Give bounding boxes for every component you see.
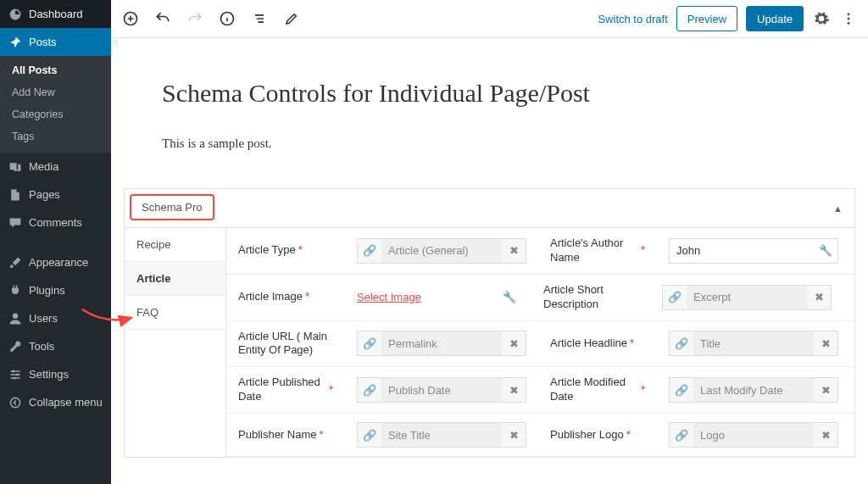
label-headline: Article Headline* bbox=[538, 321, 657, 367]
sidebar-item-dashboard[interactable]: Dashboard bbox=[0, 0, 111, 28]
input-headline[interactable]: 🔗 Title ✖ bbox=[669, 331, 838, 356]
sidebar-label: Media bbox=[29, 160, 58, 173]
label-article-type: Article Type* bbox=[226, 228, 345, 274]
undo-button[interactable] bbox=[153, 9, 172, 28]
link-icon: 🔗 bbox=[358, 331, 381, 355]
svg-point-4 bbox=[10, 398, 19, 407]
sidebar-label: Users bbox=[29, 312, 58, 325]
submenu-all-posts[interactable]: All Posts bbox=[0, 59, 111, 81]
clear-icon[interactable]: ✖ bbox=[814, 423, 837, 447]
label-modified-date: Article Modified Date* bbox=[538, 367, 657, 413]
comment-icon bbox=[8, 216, 24, 230]
submenu-tags[interactable]: Tags bbox=[0, 125, 111, 147]
sidebar-item-posts[interactable]: Posts bbox=[0, 28, 111, 56]
link-icon: 🔗 bbox=[358, 239, 381, 263]
input-published-date[interactable]: 🔗 Publish Date ✖ bbox=[357, 377, 526, 403]
sidebar-label: Dashboard bbox=[29, 8, 83, 20]
metabox-header[interactable]: Schema Pro ▲ bbox=[125, 189, 854, 228]
brush-icon bbox=[8, 256, 24, 270]
clear-icon[interactable]: ✖ bbox=[502, 423, 526, 447]
label-publisher-logo: Publisher Logo* bbox=[538, 414, 657, 456]
sidebar-item-plugins[interactable]: Plugins bbox=[0, 276, 111, 304]
editor-topbar: Switch to draft Preview Update bbox=[111, 0, 868, 38]
schema-tabs: Recipe Article FAQ bbox=[125, 228, 226, 457]
sidebar-item-tools[interactable]: Tools bbox=[0, 332, 111, 360]
input-short-description[interactable]: 🔗 Excerpt ✖ bbox=[662, 285, 832, 310]
edit-icon[interactable] bbox=[282, 9, 301, 28]
outline-button[interactable] bbox=[250, 9, 269, 28]
clear-icon[interactable]: ✖ bbox=[502, 378, 526, 402]
sidebar-item-pages[interactable]: Pages bbox=[0, 181, 111, 209]
svg-point-2 bbox=[16, 373, 19, 376]
svg-point-9 bbox=[848, 22, 850, 25]
posts-submenu: All Posts Add New Categories Tags bbox=[0, 56, 111, 153]
tab-recipe[interactable]: Recipe bbox=[125, 228, 225, 262]
label-publisher-name: Publisher Name* bbox=[226, 414, 345, 456]
input-author-name[interactable]: John 🔧 bbox=[669, 238, 838, 264]
sidebar-item-users[interactable]: Users bbox=[0, 304, 111, 332]
sidebar-label: Tools bbox=[29, 340, 54, 353]
redo-button bbox=[186, 9, 204, 28]
label-article-url: Article URL ( Main Entity Of Page) bbox=[226, 321, 345, 367]
submenu-categories[interactable]: Categories bbox=[0, 103, 111, 125]
input-publisher-name[interactable]: 🔗 Site Title ✖ bbox=[357, 422, 526, 448]
sidebar-collapse[interactable]: Collapse menu bbox=[0, 388, 111, 416]
editor-body: Schema Controls for Individual Page/Post… bbox=[111, 38, 868, 171]
sidebar-item-settings[interactable]: Settings bbox=[0, 360, 111, 388]
clear-icon[interactable]: ✖ bbox=[502, 239, 526, 263]
metabox-title: Schema Pro bbox=[130, 194, 214, 220]
sidebar-label: Posts bbox=[29, 36, 57, 48]
clear-icon[interactable]: ✖ bbox=[814, 331, 837, 355]
link-icon: 🔗 bbox=[670, 423, 693, 447]
preview-button[interactable]: Preview bbox=[676, 6, 737, 31]
wrench-icon[interactable]: 🔧 bbox=[819, 244, 832, 257]
input-publisher-logo[interactable]: 🔗 Logo ✖ bbox=[669, 422, 838, 448]
editor-area: Switch to draft Preview Update Schema Co… bbox=[111, 0, 868, 484]
input-article-type[interactable]: 🔗 Article (General) ✖ bbox=[357, 238, 526, 264]
sidebar-item-comments[interactable]: Comments bbox=[0, 209, 111, 236]
sidebar-item-appearance[interactable]: Appearance bbox=[0, 248, 111, 276]
media-icon bbox=[8, 160, 24, 174]
submenu-add-new[interactable]: Add New bbox=[0, 81, 111, 103]
add-block-button[interactable] bbox=[121, 9, 140, 28]
link-icon: 🔗 bbox=[663, 286, 687, 309]
pin-icon bbox=[8, 36, 24, 49]
link-icon: 🔗 bbox=[670, 331, 693, 355]
input-modified-date[interactable]: 🔗 Last Modify Date ✖ bbox=[669, 377, 838, 403]
sidebar-item-media[interactable]: Media bbox=[0, 153, 111, 181]
tab-article[interactable]: Article bbox=[125, 262, 225, 296]
more-menu-button[interactable] bbox=[839, 9, 858, 28]
svg-point-1 bbox=[12, 370, 14, 372]
page-icon bbox=[8, 188, 24, 202]
plug-icon bbox=[8, 284, 24, 298]
switch-to-draft-link[interactable]: Switch to draft bbox=[598, 13, 667, 25]
settings-gear-button[interactable] bbox=[812, 9, 831, 28]
clear-icon[interactable]: ✖ bbox=[814, 378, 837, 402]
schema-pro-metabox: Schema Pro ▲ Recipe Article FAQ Article … bbox=[124, 188, 855, 458]
update-button[interactable]: Update bbox=[746, 6, 804, 31]
schema-fields-grid: Article Type* 🔗 Article (General) ✖ Arti… bbox=[226, 228, 854, 457]
svg-point-0 bbox=[13, 313, 18, 318]
sidebar-label: Settings bbox=[29, 368, 69, 381]
input-article-url[interactable]: 🔗 Permalink ✖ bbox=[357, 331, 526, 356]
select-image-link[interactable]: Select Image bbox=[357, 291, 421, 303]
dashboard-icon bbox=[8, 8, 24, 21]
sidebar-label: Collapse menu bbox=[29, 396, 103, 409]
clear-icon[interactable]: ✖ bbox=[807, 286, 831, 309]
collapse-caret-icon[interactable]: ▲ bbox=[833, 203, 843, 214]
label-author-name: Article's Author Name* bbox=[538, 228, 657, 274]
post-title[interactable]: Schema Controls for Individual Page/Post bbox=[162, 79, 817, 108]
tab-faq[interactable]: FAQ bbox=[125, 296, 225, 330]
info-button[interactable] bbox=[218, 9, 236, 28]
sliders-icon bbox=[8, 368, 24, 381]
clear-icon[interactable]: ✖ bbox=[502, 331, 526, 355]
collapse-icon bbox=[8, 396, 24, 409]
svg-point-7 bbox=[848, 13, 850, 15]
link-icon: 🔗 bbox=[670, 378, 693, 402]
wrench-icon[interactable]: 🔧 bbox=[503, 291, 516, 303]
link-icon: 🔗 bbox=[358, 423, 381, 447]
link-icon: 🔗 bbox=[358, 378, 381, 402]
sidebar-label: Comments bbox=[29, 216, 82, 229]
post-content[interactable]: This is a sample post. bbox=[162, 136, 817, 151]
label-short-description: Article Short Description bbox=[531, 275, 650, 320]
